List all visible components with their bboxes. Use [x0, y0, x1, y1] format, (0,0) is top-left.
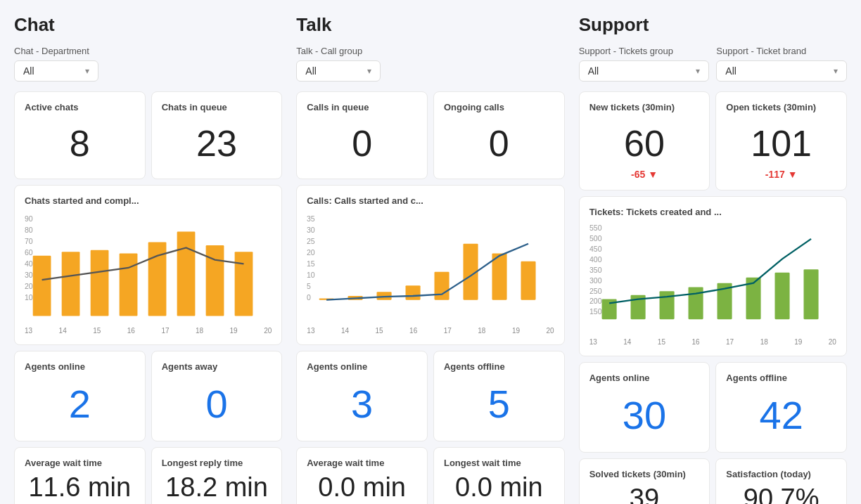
support-chart-title: Tickets: Tickets created and ...	[589, 207, 836, 217]
open-tickets-label: Open tickets (30min)	[726, 102, 836, 112]
chat-department-select[interactable]: All ▾	[14, 60, 98, 82]
svg-rect-2	[91, 250, 109, 316]
chat-filter-label: Chat - Department	[14, 46, 282, 56]
active-chats-label: Active chats	[25, 102, 135, 112]
chat-avg-wait-value: 11.6 min	[25, 472, 135, 503]
talk-agents-online-value: 3	[307, 377, 417, 431]
chat-agents-online-value: 2	[25, 377, 135, 431]
svg-text:30: 30	[25, 271, 33, 279]
active-chats-card: Active chats 8	[14, 91, 146, 179]
chat-agents-online-card: Agents online 2	[14, 351, 146, 441]
support-cards: New tickets (30min) 60 -65 ▼ Open ticket…	[579, 91, 847, 453]
support-agents-online-value: 30	[589, 389, 700, 442]
svg-text:500: 500	[589, 235, 602, 243]
support-filter2-chevron: ▾	[834, 66, 838, 76]
dashboard: Chat Chat - Department All ▾ Active chat…	[14, 14, 847, 504]
talk-bottom-stats: Average wait time 0.0 min Longest wait t…	[296, 447, 564, 504]
support-filter2-value: All	[725, 65, 736, 77]
chat-chart-title: Chats started and compl...	[25, 195, 272, 206]
support-bottom-stats: Solved tickets (30min) 39 -62 ▼ Satisfac…	[579, 458, 847, 504]
svg-rect-27	[406, 285, 421, 300]
chat-cards: Active chats 8 Chats in queue 23 Chats s…	[14, 91, 282, 441]
support-agents-online-card: Agents online 30	[579, 362, 710, 453]
svg-text:550: 550	[589, 225, 602, 233]
support-ticket-brand-select[interactable]: All ▾	[716, 60, 847, 82]
svg-text:70: 70	[25, 238, 33, 245]
solved-tickets-value: 39	[589, 484, 700, 504]
ongoing-calls-label: Ongoing calls	[444, 102, 554, 112]
chat-longest-reply-label: Longest reply time	[162, 458, 272, 468]
new-tickets-label: New tickets (30min)	[589, 102, 700, 112]
talk-avg-wait-value: 0.0 min	[307, 472, 417, 503]
new-tickets-card: New tickets (30min) 60 -65 ▼	[579, 91, 710, 190]
support-agents-offline-card: Agents offline 42	[715, 362, 847, 453]
support-chart-card: Tickets: Tickets created and ... 550 500…	[579, 196, 847, 356]
chat-chart: 90 80 70 60 40 30 20 10	[25, 212, 272, 324]
chat-agents-away-card: Agents away 0	[151, 351, 283, 441]
new-tickets-delta: -65 ▼	[589, 169, 700, 180]
talk-chart-title: Calls: Calls started and c...	[307, 195, 554, 206]
chat-agents-away-value: 0	[162, 377, 272, 431]
talk-agents-online-card: Agents online 3	[296, 351, 428, 441]
svg-text:10: 10	[307, 271, 315, 279]
svg-rect-28	[435, 272, 449, 300]
support-agents-offline-value: 42	[726, 389, 836, 442]
chat-chart-card: Chats started and compl...	[14, 185, 282, 345]
svg-rect-31	[521, 261, 536, 300]
open-tickets-delta: -117 ▼	[726, 169, 836, 180]
support-tickets-group-select[interactable]: All ▾	[579, 60, 710, 82]
talk-agents-offline-label: Agents offline	[444, 361, 554, 372]
svg-text:90: 90	[25, 215, 33, 223]
chat-longest-reply-card: Longest reply time 18.2 min	[151, 447, 283, 504]
svg-rect-7	[235, 252, 253, 316]
svg-rect-48	[803, 269, 818, 319]
talk-longest-wait-label: Longest wait time	[444, 458, 554, 468]
svg-text:15: 15	[307, 260, 315, 268]
svg-rect-1	[62, 252, 80, 316]
support-agents-offline-label: Agents offline	[726, 373, 836, 383]
satisfaction-card: Satisfaction (today) 90.7% 0 ▲	[715, 458, 847, 504]
talk-agents-online-label: Agents online	[307, 361, 417, 372]
talk-filter-value: All	[305, 65, 317, 77]
svg-text:40: 40	[25, 260, 33, 268]
support-filter-group1: Support - Tickets group All ▾	[579, 46, 710, 82]
svg-text:60: 60	[25, 249, 33, 257]
svg-text:400: 400	[589, 256, 602, 264]
support-chart-x-labels: 13 14 15 16 17 18 19 20	[589, 338, 836, 346]
svg-text:300: 300	[589, 277, 602, 285]
svg-text:350: 350	[589, 266, 602, 274]
talk-agents-offline-value: 5	[444, 377, 554, 431]
svg-rect-3	[120, 253, 138, 316]
chat-longest-reply-value: 18.2 min	[162, 472, 272, 503]
talk-chart: 35 30 25 20 15 10 5 0	[307, 212, 554, 324]
svg-text:200: 200	[589, 298, 602, 306]
chat-chart-x-labels: 13 14 15 16 17 18 19 20	[25, 327, 272, 335]
svg-rect-43	[659, 291, 674, 319]
support-filter-row: Support - Tickets group All ▾ Support - …	[579, 46, 847, 82]
support-filter-group2: Support - Ticket brand All ▾	[716, 46, 847, 82]
svg-text:10: 10	[25, 294, 33, 302]
svg-text:80: 80	[25, 226, 33, 234]
svg-text:25: 25	[307, 238, 315, 245]
svg-text:20: 20	[307, 249, 315, 257]
talk-callgroup-select[interactable]: All ▾	[296, 60, 381, 82]
talk-avg-wait-card: Average wait time 0.0 min	[296, 447, 428, 504]
solved-tickets-card: Solved tickets (30min) 39 -62 ▼	[579, 458, 710, 504]
svg-text:150: 150	[589, 308, 602, 316]
svg-text:0: 0	[307, 294, 311, 302]
talk-agents-offline-card: Agents offline 5	[433, 351, 565, 441]
talk-avg-wait-label: Average wait time	[307, 458, 417, 468]
svg-text:30: 30	[307, 226, 315, 234]
chat-agents-online-label: Agents online	[25, 361, 135, 372]
svg-text:450: 450	[589, 245, 602, 253]
calls-in-queue-value: 0	[307, 118, 417, 169]
ongoing-calls-value: 0	[444, 118, 554, 169]
talk-filter-label: Talk - Call group	[296, 46, 564, 56]
support-filter1-chevron: ▾	[696, 66, 700, 76]
svg-text:5: 5	[307, 283, 311, 290]
open-tickets-card: Open tickets (30min) 101 -117 ▼	[715, 91, 847, 190]
svg-text:20: 20	[25, 283, 33, 290]
support-filter1-value: All	[588, 65, 599, 77]
svg-rect-6	[206, 245, 224, 316]
chats-in-queue-value: 23	[162, 118, 272, 169]
